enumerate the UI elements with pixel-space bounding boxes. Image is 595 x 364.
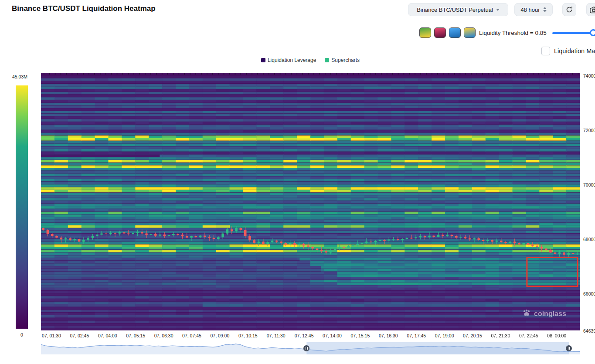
price-axis-label: 70000 — [583, 182, 595, 187]
price-axis-label: 68000 — [583, 237, 595, 242]
time-axis-label: 07, 14:00 — [323, 333, 342, 338]
time-axis-label: 08, 00:00 — [547, 333, 566, 338]
time-axis-label: 07, 09:00 — [210, 333, 229, 338]
colormap-swatch-yellow-blue[interactable] — [464, 27, 476, 38]
camera-icon — [590, 6, 595, 14]
colormap-swatch-green-yellow[interactable] — [419, 27, 431, 38]
time-axis-label: 07, 06:30 — [154, 333, 173, 338]
liquidity-threshold-slider[interactable] — [552, 32, 595, 34]
heatmap-canvas[interactable] — [41, 73, 580, 330]
colorbar-min-label: 0 — [16, 332, 28, 337]
time-axis-label: 07, 19:00 — [435, 333, 454, 338]
pair-select-value: Binance BTC/USDT Perpetual — [417, 7, 493, 13]
time-axis-label: 07, 01:30 — [42, 333, 61, 338]
time-axis-label: 07, 21:30 — [491, 333, 510, 338]
time-axis-label: 07, 04:00 — [98, 333, 117, 338]
time-axis-label: 07, 10:15 — [238, 333, 258, 338]
pair-select[interactable]: Binance BTC/USDT Perpetual — [408, 3, 508, 16]
up-down-spinner-icon — [543, 7, 547, 12]
legend-swatch-green — [325, 58, 329, 62]
time-axis-label: 07, 16:30 — [379, 333, 398, 338]
liquidity-threshold-label: Liquidity Threshold = 0.85 — [479, 30, 547, 36]
colorbar-max-label: 45.03M — [12, 74, 27, 79]
chart-legend: Liquidation Leverage Supercharts — [41, 57, 580, 63]
price-axis-label: 74000 — [583, 73, 595, 78]
liquidation-map-label: Liquidation Map — [554, 48, 595, 54]
price-axis-label: 72000 — [583, 128, 595, 133]
time-axis-label: 07, 11:30 — [267, 333, 286, 338]
refresh-button[interactable] — [562, 3, 576, 16]
chevron-down-icon — [496, 9, 500, 11]
liquidation-map-checkbox[interactable] — [541, 47, 550, 55]
legend-label: Supercharts — [331, 57, 360, 63]
price-axis-label: 66000 — [583, 291, 595, 296]
time-axis: 07, 01:3007, 02:4507, 04:0007, 05:1507, … — [41, 333, 580, 339]
time-axis-label: 07, 22:45 — [519, 333, 538, 338]
time-axis-label: 07, 15:15 — [350, 333, 370, 338]
timeframe-value: 48 hour — [520, 7, 540, 13]
price-axis-label: 64639 — [583, 328, 595, 333]
colormap-swatch-red[interactable] — [434, 27, 446, 38]
time-axis-label: 07, 20:15 — [463, 333, 482, 338]
refresh-icon — [566, 6, 573, 13]
colormap-swatch-blue[interactable] — [449, 27, 461, 38]
page-title: Binance BTC/USDT Liquidation Heatmap — [12, 4, 156, 13]
legend-item-supercharts: Supercharts — [325, 57, 360, 63]
range-navigator[interactable] — [41, 342, 580, 354]
slider-handle[interactable] — [590, 29, 595, 36]
time-axis-label: 07, 12:45 — [295, 333, 314, 338]
time-axis-label: 07, 05:15 — [126, 333, 145, 338]
colorbar-gradient — [16, 85, 28, 329]
time-axis-label: 07, 02:45 — [70, 333, 89, 338]
legend-label: Liquidation Leverage — [268, 57, 316, 63]
time-axis-label: 07, 07:45 — [182, 333, 201, 338]
timeframe-stepper[interactable]: 48 hour — [514, 3, 553, 16]
camera-button[interactable] — [586, 3, 595, 16]
legend-item-liquidation-leverage: Liquidation Leverage — [261, 57, 316, 63]
time-axis-label: 07, 17:45 — [407, 333, 426, 338]
legend-swatch-purple — [261, 58, 265, 62]
